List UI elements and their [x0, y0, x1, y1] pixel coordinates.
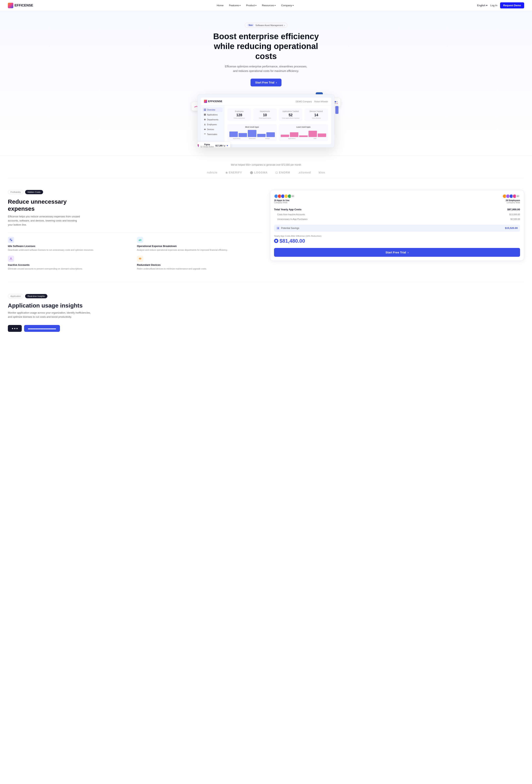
stat-employees-label: Employees	[229, 110, 249, 112]
feature-redundant-desc: Retire underutilized devices to minimize…	[137, 267, 262, 271]
dash-logo-text: EFFICENSE	[208, 100, 222, 103]
svg-point-14	[205, 134, 206, 134]
dash-stats: Employees 128 Total employees Department…	[228, 108, 328, 121]
nav-product[interactable]: Product ▾	[246, 4, 257, 7]
profitability-heading: Reduce unnecessary expenses	[8, 198, 78, 212]
sidebar-employees[interactable]: Employees	[202, 122, 223, 127]
logo-loggma: ⬤ LOGGMA	[250, 171, 268, 174]
tag-realtime[interactable]: Real-time Insights	[25, 294, 48, 298]
hero-subtitle: Efficense optimizes enterprise performan…	[225, 64, 307, 73]
logo-text: EFFICENSE	[14, 3, 33, 7]
svg-rect-6	[205, 109, 206, 110]
nav-company[interactable]: Company ▾	[281, 4, 294, 7]
nav-features[interactable]: Features ▾	[229, 4, 240, 7]
badge-text: Software Asset Management	[256, 24, 283, 26]
insights-subtitle: Monitor application usage across your or…	[8, 311, 94, 319]
chart-bar	[266, 132, 275, 137]
tag-application[interactable]: Application	[8, 294, 24, 298]
svg-point-10	[204, 119, 206, 120]
svg-rect-5	[204, 109, 205, 110]
svg-rect-12	[204, 129, 206, 130]
dash-logo: EFFICENSE	[204, 100, 222, 103]
arrow-icon: ›	[276, 81, 277, 84]
navbar: EFFICENSE Home Features ▾ Product ▾ Reso…	[0, 0, 532, 11]
employees-company-wide: Company Wide	[503, 201, 520, 204]
chart-labels-least: Applications Staff	[281, 138, 326, 139]
hero-dashboard: EFFICENSE DEMO Company Robert Wheeler Ov…	[198, 94, 334, 147]
svg-point-23	[10, 257, 11, 259]
chevron-icon: ▾	[240, 4, 240, 6]
stat-devices-value: 14	[306, 113, 326, 117]
savings-label: Potential Savings	[281, 227, 503, 229]
chart-bar	[239, 133, 247, 137]
chart-labels: Applications Teammates Groups	[229, 138, 275, 139]
language-selector[interactable]: English ▾	[477, 4, 487, 7]
nav-home[interactable]: Home	[217, 4, 224, 7]
svg-rect-22	[141, 239, 141, 241]
feature-redundant-title: Redundant Devices	[137, 263, 262, 267]
svg-rect-21	[140, 239, 141, 241]
hero-cta-button[interactable]: Start Free Trial ›	[250, 79, 282, 86]
logo-sitomed: .sitomed	[298, 171, 311, 174]
figma-heart-icon: ♥	[227, 144, 228, 147]
stat-departments: Departments 10 Total departments	[253, 108, 277, 121]
float-shape-blue	[335, 106, 338, 114]
request-demo-button[interactable]: Request Demo	[500, 2, 524, 8]
cost-savings: Potential Savings $15,520.00	[274, 225, 520, 232]
feature-idle-title: Idle Software Licenses	[8, 245, 133, 248]
employees-info: 19+ 24 Employees Company Wide	[503, 194, 520, 204]
hero-section: New Software Asset Management › Boost en…	[0, 11, 532, 156]
feature-expense-breakdown: Operational Expense Breakdown Analyze an…	[137, 237, 262, 252]
nav-resources[interactable]: Resources ▾	[262, 4, 275, 7]
apps-in-use-label: 19 Apps In Use	[274, 199, 295, 201]
insights-btn-blue[interactable]: ▬▬▬▬▬▬▬▬▬▬▬	[24, 325, 60, 332]
sidebar-applications[interactable]: Applications	[202, 112, 223, 117]
sidebar-devices[interactable]: Devices	[202, 127, 223, 132]
svg-rect-2	[335, 103, 336, 104]
dashboard-inner: EFFICENSE DEMO Company Robert Wheeler Ov…	[201, 97, 331, 144]
login-button[interactable]: Log In	[490, 4, 497, 7]
svg-rect-20	[139, 240, 140, 241]
chart-bars-most	[229, 129, 275, 137]
logo-klon: klon	[319, 171, 325, 174]
features-layout: Profitability Hidden Costs Reduce unnece…	[8, 190, 524, 270]
figma-card: Figma 52 Seats Active $17,280 / y ♥	[198, 142, 230, 147]
figma-name: Figma	[200, 143, 214, 146]
savings-value: $15,520.00	[505, 227, 518, 229]
stat-departments-value: 10	[255, 113, 275, 117]
logo[interactable]: EFFICENSE	[8, 3, 33, 8]
logo-icon	[8, 3, 13, 8]
chart-bar	[248, 130, 256, 137]
tag-hidden-costs[interactable]: Hidden Costs	[25, 190, 43, 194]
sidebar-teammates[interactable]: Teammates	[202, 132, 223, 137]
tag-profitability[interactable]: Profitability	[8, 190, 24, 194]
cost-row-total: Total Yearly App Costs $97,000.00	[274, 207, 520, 212]
cost-card-header: 14+ 19 Apps In Use Company Wide 19+ 24 E…	[274, 194, 520, 204]
cost-rows: Total Yearly App Costs $97,000.00 Costs …	[274, 207, 520, 222]
stat-employees: Employees 128 Total employees	[228, 108, 251, 121]
stat-apps-label: Applications Tracked	[281, 110, 300, 112]
chart-bar	[281, 135, 289, 137]
feature-expense-title: Operational Expense Breakdown	[137, 245, 262, 248]
stat-devices-label: Devices Tracked	[306, 110, 326, 112]
sidebar-departments[interactable]: Departments	[202, 117, 223, 122]
most-used-apps-card: Most Used Apps Applications	[228, 124, 277, 141]
sidebar-overview[interactable]: Overview	[202, 108, 223, 112]
svg-marker-15	[225, 171, 228, 174]
svg-rect-8	[205, 110, 206, 111]
svg-rect-9	[204, 114, 206, 116]
cost-after-value: $81,480.00	[274, 238, 520, 244]
badge-arrow: ›	[284, 24, 285, 26]
svg-point-11	[205, 124, 205, 124]
stat-apps-tracked: Applications Tracked 52 Total applicatio…	[279, 108, 302, 121]
profitability-subtitle: Efficense helps you reduce unnecessary e…	[8, 215, 82, 227]
dash-company: DEMO Company Robert Wheeler	[296, 100, 328, 103]
stat-departments-label: Departments	[255, 110, 275, 112]
apps-info: 14+ 19 Apps In Use Company Wide	[274, 194, 295, 204]
insights-btn-dark[interactable]: ● ● ●	[8, 325, 22, 332]
svg-rect-17	[11, 239, 12, 240]
cost-card-cta-button[interactable]: Start Free Trial ›	[274, 248, 520, 257]
apps-company-wide: Company Wide	[274, 201, 295, 204]
figma-info: Figma 52 Seats Active	[200, 143, 214, 147]
svg-rect-7	[204, 110, 205, 111]
